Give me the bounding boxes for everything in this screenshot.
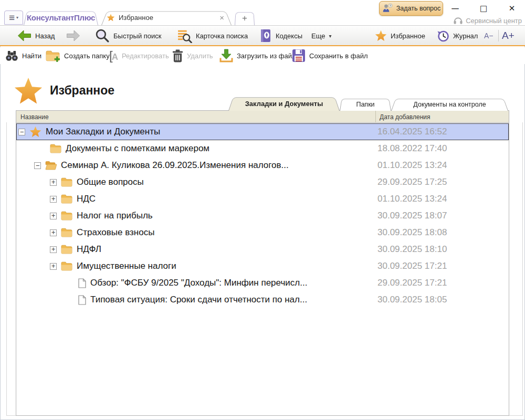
- tree-row[interactable]: +НДФЛ30.09.2025 18:10: [16, 241, 509, 258]
- person-question-icon: ?: [382, 3, 393, 14]
- tree-row[interactable]: Типовая ситуация: Сроки сдачи отчетности…: [16, 291, 509, 308]
- main-menu-button[interactable]: ≡ ▾: [4, 10, 23, 25]
- action-toolbar: Найти Создать папку [A Редактировать Уда…: [0, 47, 525, 64]
- more-button[interactable]: Еще ▾: [311, 26, 331, 46]
- app-logo: КонсультантПлюс: [24, 10, 98, 25]
- star-icon: [107, 14, 115, 22]
- page-title: Избранное: [50, 83, 114, 98]
- tree-row[interactable]: +Налог на прибыль30.09.2025 18:07: [16, 207, 509, 224]
- search-icon: [95, 28, 110, 43]
- folder-icon: [61, 261, 72, 271]
- column-divider[interactable]: [375, 111, 376, 123]
- close-icon[interactable]: ✕: [504, 2, 520, 15]
- tree-item-label: Мои Закладки и Документы: [46, 127, 160, 137]
- tree-rows: −Мои Закладки и Документы16.04.2025 16:5…: [16, 123, 509, 308]
- codes-label: Кодексы: [276, 33, 302, 39]
- tree-row[interactable]: Документы с пометками маркером18.08.2022…: [16, 140, 509, 157]
- quick-search-button[interactable]: Быстрый поиск: [95, 26, 162, 46]
- collapse-icon[interactable]: −: [34, 162, 41, 169]
- date-added: 16.04.2025 16:52: [377, 123, 447, 140]
- delete-button[interactable]: Удалить: [172, 47, 213, 64]
- codes-button[interactable]: Кодексы: [259, 26, 302, 46]
- card-search-icon: [177, 29, 192, 43]
- document-icon: [78, 278, 86, 288]
- logo-tab[interactable]: КонсультантПлюс: [24, 10, 98, 25]
- tree-item-label: Семинар А. Куликова 26.09.2025.Изменения…: [61, 160, 289, 171]
- expand-icon[interactable]: +: [50, 213, 57, 219]
- date-added: 30.09.2025 18:05: [377, 291, 447, 308]
- tab-label: Документы на контроле: [391, 98, 508, 111]
- date-added: 01.10.2025 13:24: [377, 157, 447, 174]
- find-button[interactable]: Найти: [5, 47, 41, 64]
- more-label: Еще: [311, 33, 325, 39]
- tree-row[interactable]: −Мои Закладки и Документы16.04.2025 16:5…: [16, 123, 509, 140]
- date-added: 30.09.2025 18:10: [377, 241, 447, 258]
- service-center-link[interactable]: Сервисный центр: [453, 16, 522, 25]
- date-added: 30.09.2025 18:08: [377, 224, 447, 241]
- back-label: Назад: [35, 33, 55, 39]
- create-folder-button[interactable]: Создать папку: [45, 47, 110, 64]
- load-from-file-label: Загрузить из файла: [237, 52, 300, 60]
- save-to-file-button[interactable]: Сохранить в файл: [292, 47, 368, 64]
- edit-icon: [A: [109, 49, 118, 62]
- expand-icon[interactable]: +: [50, 263, 57, 270]
- favorites-page-star-icon: [14, 77, 43, 105]
- tree-row[interactable]: +Имущественные налоги30.09.2025 17:21: [16, 258, 509, 275]
- tree-row[interactable]: −Семинар А. Куликова 26.09.2025.Изменени…: [16, 157, 509, 174]
- forward-button[interactable]: [66, 26, 80, 46]
- tab-label: Закладки и Документы: [228, 96, 340, 111]
- ask-question-button[interactable]: ? Задать вопрос: [379, 1, 443, 16]
- journal-button[interactable]: Журнал: [436, 26, 478, 46]
- tree-item-label: Имущественные налоги: [77, 261, 176, 271]
- font-increase-button[interactable]: A+: [502, 26, 514, 46]
- collapse-icon[interactable]: −: [18, 129, 25, 135]
- chevron-down-icon: ▾: [16, 15, 18, 20]
- expand-icon[interactable]: +: [50, 229, 57, 236]
- codes-book-icon: [259, 29, 272, 43]
- edit-button[interactable]: [A Редактировать: [109, 47, 169, 64]
- search-card-button[interactable]: Карточка поиска: [177, 26, 248, 46]
- minimize-icon[interactable]: —: [447, 2, 463, 15]
- search-card-label: Карточка поиска: [196, 33, 248, 39]
- column-header-date[interactable]: Дата добавления: [380, 113, 430, 121]
- tree-row[interactable]: +Общие вопросы29.09.2025 17:25: [16, 174, 509, 191]
- close-tab-icon[interactable]: ×: [217, 13, 226, 22]
- delete-label: Удалить: [187, 52, 213, 60]
- tab-documents-on-control[interactable]: Документы на контроле: [391, 98, 508, 111]
- tree-item-label: Общие вопросы: [77, 177, 144, 187]
- tab-folders[interactable]: Папки: [340, 98, 391, 111]
- tree-item-label: Страховые взносы: [77, 227, 154, 238]
- document-icon: [78, 295, 86, 305]
- load-from-file-button[interactable]: Загрузить из файла: [219, 47, 300, 64]
- expand-icon[interactable]: +: [50, 196, 57, 203]
- tab-title: Избранное: [119, 14, 214, 22]
- window-controls: — □ ✕: [447, 2, 520, 15]
- expand-icon[interactable]: +: [50, 179, 57, 186]
- forward-arrow-icon: [66, 30, 80, 41]
- folder-icon: [61, 245, 72, 254]
- download-icon: [219, 49, 233, 62]
- new-tab-button[interactable]: +: [235, 11, 255, 25]
- column-header-name[interactable]: Название: [20, 113, 49, 121]
- date-added: 30.09.2025 18:07: [377, 207, 447, 224]
- folder-icon: [50, 144, 61, 153]
- tree-item-label: НДФЛ: [77, 244, 101, 255]
- tree-row[interactable]: +Страховые взносы30.09.2025 18:08: [16, 224, 509, 241]
- favorites-button[interactable]: Избранное: [375, 26, 425, 46]
- font-decrease-button[interactable]: A−: [484, 26, 494, 46]
- edit-label: Редактировать: [122, 52, 169, 60]
- folder-icon: [61, 228, 72, 237]
- tab-favorites-document[interactable]: Избранное ×: [101, 10, 232, 25]
- date-added: 01.10.2025 13:24: [377, 191, 447, 207]
- expand-icon[interactable]: +: [50, 246, 57, 253]
- tree-row[interactable]: Обзор: "ФСБУ 9/2025 "Доходы": Минфин пер…: [16, 275, 509, 291]
- headset-icon: [453, 16, 463, 25]
- tab-bookmarks-and-documents[interactable]: Закладки и Документы: [228, 96, 340, 111]
- tree-row[interactable]: +НДС01.10.2025 13:24: [16, 191, 509, 207]
- tab-label: Папки: [340, 98, 391, 111]
- maximize-icon[interactable]: □: [476, 2, 491, 15]
- binoculars-icon: [5, 50, 18, 61]
- tree-item-label: Типовая ситуация: Сроки сдачи отчетности…: [90, 295, 307, 305]
- quick-search-label: Быстрый поиск: [113, 33, 162, 39]
- back-button[interactable]: Назад: [17, 26, 55, 46]
